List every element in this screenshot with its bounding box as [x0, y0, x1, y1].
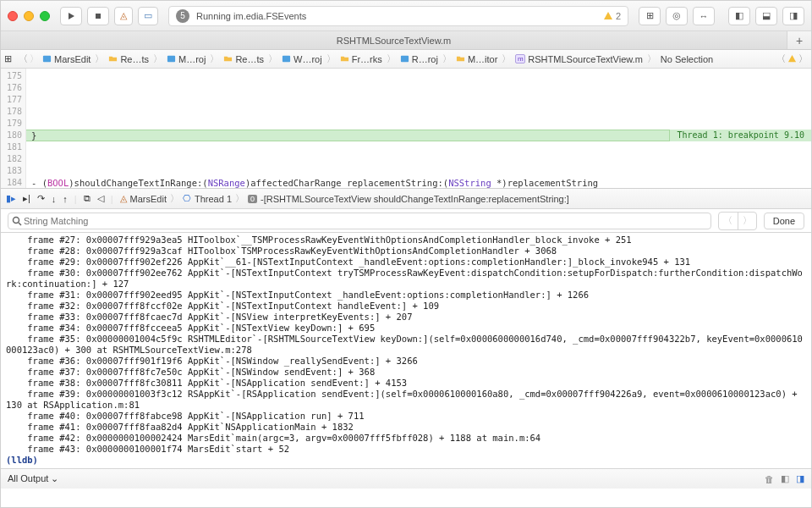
location-icon[interactable]: ◁	[97, 193, 104, 204]
nav-issue-forward[interactable]: 〉	[798, 52, 808, 65]
activity-status: 5 Running im.edia.FSEvents 2	[168, 6, 628, 26]
warnings-badge[interactable]: 2	[603, 11, 621, 21]
svg-line-6	[19, 223, 21, 225]
search-icon	[12, 216, 22, 226]
source-editor[interactable]: Thread 1: breakpoint 9.10 } - (BOOL)shou…	[26, 69, 811, 188]
svg-point-5	[14, 217, 19, 223]
panel-bottom[interactable]: ⬓	[755, 7, 777, 25]
nav-back[interactable]: 〈	[19, 52, 28, 65]
editor-version[interactable]: ↔	[693, 7, 715, 25]
line-gutter[interactable]: 175176177178179180181182183184185	[1, 69, 26, 188]
editor-standard[interactable]: ⊞	[639, 7, 661, 25]
console-filter-input[interactable]	[8, 213, 711, 229]
path-segment[interactable]: M…roj	[165, 54, 207, 64]
scheme-menu[interactable]: ◬	[114, 7, 133, 25]
activity-text: Running im.edia.FSEvents	[196, 11, 306, 21]
nav-forward[interactable]: 〉	[30, 52, 39, 65]
debug-path[interactable]: ◬MarsEdit〉 ⎔Thread 1〉 0 -[RSHTMLSourceTe…	[120, 192, 569, 205]
path-segment[interactable]: W…roj	[280, 54, 324, 64]
related-items-icon[interactable]: ⊞	[4, 53, 12, 64]
path-segment[interactable]: Fr…rks	[338, 54, 384, 64]
path-segment[interactable]: Re…ts	[107, 54, 151, 64]
breakpoint-label: Thread 1: breakpoint 9.10	[669, 130, 811, 141]
prev-match[interactable]: 〈	[719, 213, 738, 229]
path-segment[interactable]: mRSHTMLSourceTextView.m	[513, 54, 645, 64]
warning-icon	[787, 54, 797, 64]
variables-pane-toggle[interactable]: ◧	[781, 473, 789, 484]
path-segment[interactable]: M…itor	[454, 54, 499, 64]
step-into-button[interactable]: ↓	[52, 194, 57, 204]
debug-console[interactable]: frame #27: 0x00007fff929a3ea5 HIToolbox`…	[1, 233, 811, 468]
destination-menu[interactable]: ▭	[138, 7, 158, 25]
nav-issue-back[interactable]: 〈	[776, 52, 786, 65]
stop-button[interactable]	[87, 7, 109, 25]
svg-rect-2	[167, 56, 175, 62]
step-over-button[interactable]: ↷	[37, 193, 45, 204]
new-tab-button[interactable]: +	[787, 31, 811, 49]
window-minimize[interactable]	[24, 11, 34, 21]
debug-view-icon[interactable]: ⧉	[84, 193, 91, 204]
next-match[interactable]: 〉	[738, 213, 756, 229]
step-out-button[interactable]: ↑	[63, 194, 68, 204]
run-button[interactable]	[60, 7, 82, 25]
done-button[interactable]: Done	[764, 213, 804, 229]
toggle-breakpoints[interactable]: ▮▸	[6, 193, 16, 204]
panel-left[interactable]: ◧	[728, 7, 750, 25]
continue-button[interactable]: ▸|	[23, 193, 30, 204]
svg-rect-1	[43, 56, 51, 62]
editor-tab[interactable]: RSHTMLSourceTextView.m	[1, 31, 787, 49]
path-segment[interactable]: No Selection	[659, 54, 715, 64]
panel-right[interactable]: ◨	[782, 7, 804, 25]
path-segment[interactable]: R…roj	[398, 54, 440, 64]
svg-rect-4	[401, 56, 409, 62]
path-segment[interactable]: MarsEdit	[41, 54, 92, 64]
clear-console[interactable]: 🗑	[765, 474, 774, 484]
window-zoom[interactable]	[40, 11, 50, 21]
activity-count: 5	[176, 9, 189, 23]
window-close[interactable]	[8, 11, 18, 21]
console-pane-toggle[interactable]: ◨	[796, 473, 804, 484]
editor-assistant[interactable]: ◎	[666, 7, 688, 25]
output-filter-menu[interactable]: All Output ⌄	[8, 473, 58, 484]
jump-bar[interactable]: ⊞ 〈 〉 MarsEdit〉 Re…ts〉 M…roj〉 Re…ts〉 W…r…	[1, 50, 811, 69]
svg-rect-0	[96, 14, 101, 19]
path-segment[interactable]: Re…ts	[222, 54, 266, 64]
lldb-prompt: (lldb)	[6, 455, 38, 465]
svg-rect-3	[283, 56, 290, 62]
